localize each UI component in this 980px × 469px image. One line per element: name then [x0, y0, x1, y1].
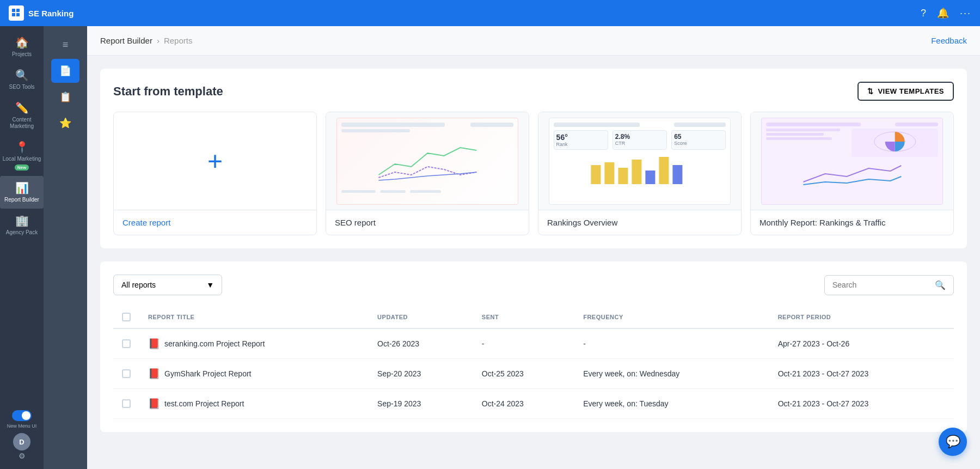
- local-marketing-icon: 📍: [15, 141, 29, 154]
- content-marketing-icon: ✏️: [15, 101, 29, 114]
- row-2-sent: Oct-25 2023: [473, 359, 574, 389]
- breadcrumb-bar: Report Builder › Reports Feedback: [87, 26, 980, 56]
- sidebar-item-agency-pack[interactable]: 🏢 Agency Pack: [0, 209, 44, 241]
- plus-icon: +: [207, 146, 223, 176]
- sidebar-bottom: New Menu UI D ⚙: [0, 410, 44, 465]
- sidebar-item-content-marketing[interactable]: ✏️ Content Marketing: [0, 96, 44, 135]
- row-3-updated: Sep-19 2023: [369, 389, 473, 419]
- row-3-checkbox[interactable]: [122, 399, 131, 408]
- content-area: Report Builder › Reports Feedback Start …: [87, 26, 980, 469]
- svg-rect-9: [659, 157, 669, 184]
- sidebar-item-seo-tools[interactable]: 🔍 SEO Tools: [0, 63, 44, 96]
- sidebar-label-projects: Projects: [12, 51, 32, 58]
- report-icon: 📄: [59, 65, 71, 77]
- svg-rect-6: [618, 168, 628, 184]
- svg-rect-2: [12, 13, 15, 16]
- row-1-updated: Oct-26 2023: [369, 328, 473, 359]
- sidebar-item-local-marketing[interactable]: 📍 Local Marketing New: [0, 135, 44, 176]
- row-3-sent: Oct-24 2023: [473, 389, 574, 419]
- template-card-create[interactable]: + Create report: [113, 112, 317, 235]
- table-row: 📕 test.com Project Report Sep-19 2023 Oc…: [113, 389, 954, 419]
- row-checkbox-cell: [113, 359, 139, 389]
- report-title-cell: 📕 GymShark Project Report: [148, 368, 360, 380]
- search-input-wrap: 🔍: [824, 275, 954, 295]
- row-2-title-cell: 📕 GymShark Project Report: [139, 359, 369, 389]
- pdf-icon: 📕: [148, 398, 160, 410]
- templates-title: Start from template: [113, 84, 223, 99]
- svg-rect-10: [672, 165, 682, 184]
- sidebar-label-content-marketing: Content Marketing: [2, 117, 41, 130]
- row-2-checkbox[interactable]: [122, 369, 131, 378]
- th-sent: SENT: [473, 306, 574, 328]
- template-card-seo[interactable]: SEO report: [326, 112, 529, 235]
- sidebar-sec-doc[interactable]: 📋: [51, 85, 79, 109]
- row-3-title-cell: 📕 test.com Project Report: [139, 389, 369, 419]
- row-1-checkbox[interactable]: [122, 339, 131, 348]
- template-card-rankings[interactable]: 56° Rank 2.8% CTR 65 Sco: [538, 112, 742, 235]
- new-menu-ui-toggle[interactable]: [12, 410, 32, 421]
- projects-icon: 🏠: [15, 36, 29, 49]
- settings-icon[interactable]: ⚙: [19, 452, 26, 460]
- chat-icon: 💬: [946, 435, 960, 449]
- new-menu-ui-toggle-container: New Menu UI: [7, 410, 37, 429]
- sidebar-sec-report[interactable]: 📄: [51, 59, 79, 83]
- feedback-link[interactable]: Feedback: [931, 36, 967, 45]
- create-card-label: Create report: [114, 210, 316, 235]
- svg-rect-0: [12, 9, 15, 12]
- templates-grid: + Create report: [113, 112, 954, 235]
- sidebar-label-seo-tools: SEO Tools: [9, 84, 34, 90]
- monthly-card-image: [751, 112, 953, 210]
- reports-table: REPORT TITLE UPDATED SENT FREQUENCY REPO…: [113, 306, 954, 419]
- table-body: 📕 seranking.com Project Report Oct-26 20…: [113, 328, 954, 419]
- sidebar-item-report-builder[interactable]: 📊 Report Builder: [0, 176, 44, 209]
- search-input[interactable]: [832, 281, 930, 289]
- svg-rect-8: [645, 170, 655, 184]
- view-templates-button[interactable]: ⇅ VIEW TEMPLATES: [857, 82, 954, 101]
- svg-rect-4: [591, 165, 601, 184]
- seo-preview: [336, 118, 519, 205]
- top-bar-actions: ? 🔔 ···: [921, 7, 971, 19]
- sidebar-sec-menu[interactable]: ≡: [51, 33, 79, 57]
- sidebar-item-projects[interactable]: 🏠 Projects: [0, 31, 44, 63]
- row-1-title[interactable]: seranking.com Project Report: [164, 339, 265, 348]
- row-2-period: Oct-21 2023 - Oct-27 2023: [769, 359, 954, 389]
- filter-dropdown[interactable]: All reports ▼: [113, 275, 222, 295]
- row-3-title[interactable]: test.com Project Report: [164, 399, 244, 408]
- table-row: 📕 seranking.com Project Report Oct-26 20…: [113, 328, 954, 359]
- templates-section: Start from template ⇅ VIEW TEMPLATES + C…: [100, 69, 967, 248]
- select-all-checkbox[interactable]: [122, 313, 131, 321]
- svg-rect-3: [16, 13, 20, 16]
- bell-icon[interactable]: 🔔: [937, 7, 949, 19]
- svg-rect-7: [632, 160, 641, 184]
- doc-icon: 📋: [59, 91, 71, 103]
- toggle-knob: [22, 411, 30, 420]
- help-icon[interactable]: ?: [921, 8, 926, 19]
- breadcrumb-parent[interactable]: Report Builder: [100, 36, 152, 45]
- search-icon: 🔍: [935, 280, 946, 290]
- breadcrumb-separator: ›: [157, 36, 160, 45]
- template-card-monthly[interactable]: Monthly Report: Rankings & Traffic: [750, 112, 954, 235]
- svg-rect-1: [16, 9, 20, 12]
- th-frequency: FREQUENCY: [574, 306, 769, 328]
- chat-button[interactable]: 💬: [939, 428, 967, 456]
- sidebar-sec-star[interactable]: ⭐: [51, 111, 79, 135]
- seo-tools-icon: 🔍: [15, 69, 29, 82]
- row-1-title-cell: 📕 seranking.com Project Report: [139, 328, 369, 359]
- reports-section: All reports ▼ 🔍 REPORT TI: [100, 261, 967, 432]
- breadcrumb: Report Builder › Reports: [100, 36, 192, 45]
- logo-icon: [9, 5, 24, 21]
- agency-pack-icon: 🏢: [15, 214, 29, 227]
- th-checkbox: [113, 306, 139, 328]
- more-icon[interactable]: ···: [960, 8, 971, 19]
- app-logo[interactable]: SE Ranking: [9, 5, 74, 21]
- sidebar: 🏠 Projects 🔍 SEO Tools ✏️ Content Market…: [0, 26, 44, 469]
- templates-header: Start from template ⇅ VIEW TEMPLATES: [113, 82, 954, 101]
- row-2-title[interactable]: GymShark Project Report: [164, 369, 252, 378]
- avatar[interactable]: D: [13, 433, 30, 450]
- filter-value: All reports: [121, 281, 156, 289]
- svg-rect-5: [604, 162, 614, 184]
- view-templates-arrows: ⇅: [867, 87, 874, 95]
- top-bar: SE Ranking ? 🔔 ···: [0, 0, 980, 26]
- seo-card-label: SEO report: [326, 210, 529, 235]
- row-3-frequency: Every week, on: Tuesday: [574, 389, 769, 419]
